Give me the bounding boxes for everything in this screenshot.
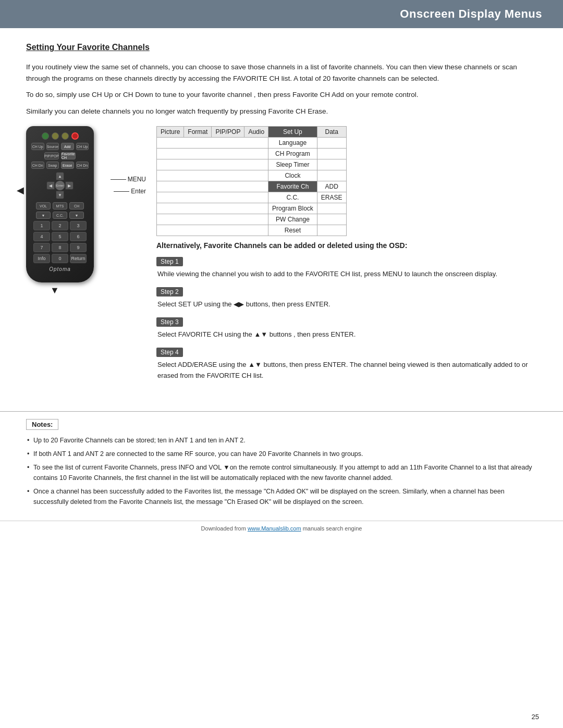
btn-8: 8: [52, 243, 68, 252]
step-2-label: Step 2: [156, 287, 183, 297]
btn-mts: MTS: [53, 202, 67, 209]
tab-format: Format: [184, 127, 212, 138]
step-block-1: Step 1 While viewing the channel you wis…: [156, 257, 537, 280]
note-item-4: Once a channel has been successfully add…: [26, 486, 537, 507]
paragraph-1: If you routinely view the same set of ch…: [26, 61, 537, 84]
steps-intro: Alternatively, Favorite Channels can be …: [156, 241, 537, 250]
btn-vol-dn: ▼: [36, 212, 51, 219]
main-layout: CH Up Source Add CH Up PIP/POP Favorite …: [26, 126, 537, 388]
btn-add: Add: [61, 143, 74, 150]
step-block-3: Step 3 Select FAVORITE CH using the ▲▼ b…: [156, 317, 537, 340]
row-pip-fav: PIP/POP Favorite CH: [31, 152, 89, 159]
page-number: 25: [532, 713, 539, 721]
btn-swap: Swap: [46, 162, 59, 169]
dpad-up: ▲: [56, 172, 64, 180]
tab-picture: Picture: [157, 127, 184, 138]
btn-9: 9: [70, 243, 87, 252]
note-item-2: If both ANT 1 and ANT 2 are connected to…: [26, 449, 537, 459]
menu-reset: Reset: [268, 225, 317, 236]
btn-cc: C.C.: [53, 212, 67, 219]
page-title: Onscreen Display Menus: [0, 7, 542, 21]
dpad-left: ◀: [46, 181, 55, 190]
menu-favorite-ch: Favorite Ch: [268, 181, 317, 192]
step-4-label: Step 4: [156, 348, 183, 357]
step-block-2: Step 2 Select SET UP using the ◀▶ button…: [156, 287, 537, 310]
menu-add: ADD: [317, 181, 346, 192]
btn-vol: VOL: [36, 202, 51, 209]
osd-area: Picture Format PIP/POP Audio Set Up Data…: [141, 126, 537, 388]
tab-data: Data: [317, 127, 346, 138]
btn-2: 2: [52, 221, 68, 230]
menu-cc: C.C.: [268, 192, 317, 203]
hds-button: [52, 132, 59, 140]
note-item-1: Up to 20 Favorite Channels can be stored…: [26, 435, 537, 446]
dpad-container: ▲ ◀ Enter ▶ ▼: [31, 172, 89, 199]
menu-program-block: Program Block: [268, 203, 317, 214]
dpad-right: ▶: [65, 181, 74, 190]
step-3-label: Step 3: [156, 317, 183, 327]
footer: Downloaded from www.Manualslib.com manua…: [0, 521, 563, 536]
btn-4: 4: [33, 232, 50, 241]
section-title: Setting Your Favorite Channels: [26, 43, 537, 52]
remote-area: CH Up Source Add CH Up PIP/POP Favorite …: [26, 126, 141, 282]
menu-clock: Clock: [268, 170, 317, 181]
step-1-label: Step 1: [156, 257, 183, 266]
menu-pw-change: PW Change: [268, 214, 317, 225]
remote-wrapper: CH Up Source Add CH Up PIP/POP Favorite …: [26, 126, 94, 282]
menu-language: Language: [268, 138, 317, 149]
menu-erase: ERASE: [317, 192, 346, 203]
btn-erase: Erase: [61, 162, 74, 169]
tab-pip-pop: PIP/POP: [212, 127, 244, 138]
notes-list: Up to 20 Favorite Channels can be stored…: [26, 435, 537, 507]
tab-set-up: Set Up: [268, 127, 317, 138]
btn-pip-pop: PIP/POP: [44, 152, 59, 159]
btn-return: Return: [70, 254, 87, 263]
step-3-text: Select FAVORITE CH using the ▲▼ buttons …: [156, 329, 537, 340]
menu-sleep-timer: Sleep Timer: [268, 159, 317, 170]
dpad-down: ▼: [56, 191, 64, 199]
pip-pop-button: [42, 132, 49, 140]
btn-ch-up-2: CH Up: [76, 143, 89, 150]
btn-3: 3: [70, 221, 87, 230]
numpad: 1 2 3 4 5 6 7 8 9 Info 0 Return: [33, 221, 87, 263]
step-block-4: Step 4 Select ADD/ERASE using the ▲▼ but…: [156, 348, 537, 381]
footer-text: Downloaded from: [201, 525, 248, 532]
dpad: ▲ ◀ Enter ▶ ▼: [46, 172, 74, 199]
btn-ch: CH: [69, 202, 84, 209]
btn-ch-dn-1: CH Dn: [31, 162, 44, 169]
btn-5: 5: [52, 232, 68, 241]
btn-source: Source: [46, 143, 59, 150]
btn-ch-up-1: CH Up: [31, 143, 44, 150]
row-ch-source: CH Up Source Add CH Up: [31, 143, 89, 150]
row-vol-cc-2: ▼ C.C. ▼: [31, 212, 89, 219]
remote-top-buttons: [31, 132, 89, 140]
enter-label: Enter: [114, 188, 146, 195]
row-ch-swap: CH Dn Swap Erase CH Dn: [31, 162, 89, 169]
dpad-enter: Enter: [55, 180, 65, 191]
osd-menu-table: Picture Format PIP/POP Audio Set Up Data…: [156, 126, 347, 236]
sds-button: [62, 132, 69, 140]
power-button: [71, 132, 79, 140]
remote-body: CH Up Source Add CH Up PIP/POP Favorite …: [26, 126, 94, 282]
step-2-text: Select SET UP using the ◀▶ buttons, then…: [156, 299, 537, 310]
btn-ch-dn-2: CH Dn: [76, 162, 89, 169]
paragraph-2: To do so, simply use CH Up or CH Down to…: [26, 89, 537, 101]
btn-favorite-ch: Favorite CH: [61, 152, 76, 159]
footer-link[interactable]: www.Manualslib.com: [248, 525, 301, 532]
row-vol-cc: VOL MTS CH: [31, 202, 89, 209]
tab-audio: Audio: [244, 127, 268, 138]
step-1-text: While viewing the channel you wish to ad…: [156, 269, 537, 280]
optoma-logo: Optoma: [31, 266, 89, 272]
btn-7: 7: [33, 243, 50, 252]
btn-ch-dn-3: ▼: [69, 212, 84, 219]
paragraph-3: Similarly you can delete channels you no…: [26, 106, 537, 117]
steps-section: Alternatively, Favorite Channels can be …: [156, 241, 537, 381]
menu-ch-program: CH Program: [268, 149, 317, 159]
step-4-text: Select ADD/ERASE using the ▲▼ buttons, t…: [156, 360, 537, 381]
main-content: Setting Your Favorite Channels If you ro…: [0, 28, 563, 399]
left-arrow-icon: ◀: [17, 184, 24, 196]
btn-info: Info: [33, 254, 50, 263]
btn-0: 0: [52, 254, 68, 263]
notes-section: Notes: Up to 20 Favorite Channels can be…: [0, 411, 563, 521]
btn-1: 1: [33, 221, 50, 230]
